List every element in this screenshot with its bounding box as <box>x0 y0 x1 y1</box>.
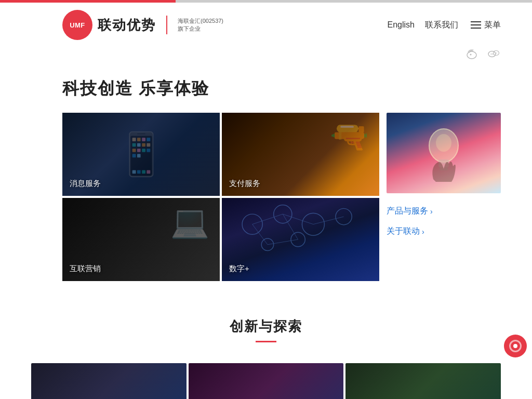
site-header: UMF 联动优势 海联金汇(002537) 旗下企业 English 联系我们 … <box>0 3 532 47</box>
svg-point-24 <box>436 134 451 152</box>
menu-button[interactable]: 菜单 <box>469 20 501 31</box>
hero-section: 科技创造 乐享体验 📱 消息服务 🔫 支付服务 💻 <box>0 67 532 297</box>
logo-area: UMF 联动优势 海联金汇(002537) 旗下企业 <box>62 10 223 40</box>
grid-item-marketing[interactable]: 💻 互联营销 <box>62 198 220 281</box>
svg-point-2 <box>488 51 496 57</box>
right-panel: 产品与服务 › 关于联动 › <box>387 113 501 281</box>
bottom-strip <box>0 363 532 399</box>
svg-line-15 <box>283 214 313 224</box>
nav-right: English 联系我们 菜单 <box>388 20 501 31</box>
grid-item-messaging[interactable]: 📱 消息服务 <box>62 113 220 196</box>
svg-point-7 <box>496 52 497 54</box>
strip-item-1[interactable] <box>31 363 187 399</box>
right-links: 产品与服务 › 关于联动 › <box>387 201 501 242</box>
messaging-icon: 📱 <box>62 113 220 196</box>
float-btn-inner <box>509 340 522 352</box>
innovation-section: 创新与探索 <box>0 297 532 363</box>
grid-item-digital[interactable]: 数字+ <box>222 198 379 281</box>
float-button[interactable] <box>504 335 527 357</box>
products-chevron: › <box>430 207 433 216</box>
svg-point-11 <box>336 208 352 224</box>
logo-circle: UMF <box>62 10 92 40</box>
svg-line-17 <box>283 214 298 240</box>
about-link-text: 关于联动 <box>387 226 420 237</box>
payment-label: 支付服务 <box>229 179 260 189</box>
strip-item-3[interactable] <box>345 363 501 399</box>
marketing-label: 互联营销 <box>70 264 101 274</box>
products-link-text: 产品与服务 <box>387 206 428 217</box>
grid-item-payment[interactable]: 🔫 支付服务 <box>222 113 379 196</box>
english-link[interactable]: English <box>388 20 415 30</box>
company-name: 联动优势 <box>98 16 156 34</box>
svg-point-6 <box>495 52 496 54</box>
innovation-title: 创新与探索 <box>31 317 501 336</box>
hamburger-icon <box>471 21 481 29</box>
weibo-icon[interactable] <box>464 47 479 62</box>
bulb-image <box>387 113 501 193</box>
products-link[interactable]: 产品与服务 › <box>387 206 501 217</box>
svg-point-0 <box>467 51 476 59</box>
contact-link[interactable]: 联系我们 <box>425 20 458 31</box>
menu-label: 菜单 <box>484 20 501 31</box>
svg-point-5 <box>493 54 494 55</box>
svg-point-4 <box>491 54 492 55</box>
social-row <box>0 47 532 67</box>
svg-point-10 <box>302 213 324 235</box>
svg-line-14 <box>252 214 283 224</box>
company-sub: 旗下企业 <box>178 25 223 33</box>
about-link[interactable]: 关于联动 › <box>387 226 501 237</box>
logo-divider <box>166 16 167 34</box>
about-chevron: › <box>422 228 424 236</box>
company-code: 海联金汇(002537) <box>178 17 223 25</box>
hero-title: 科技创造 乐享体验 <box>62 77 501 100</box>
svg-point-1 <box>470 54 472 56</box>
title-underline <box>256 341 276 342</box>
left-grid: 📱 消息服务 🔫 支付服务 💻 互联营销 <box>62 113 379 281</box>
svg-point-12 <box>291 232 305 246</box>
float-btn-dot <box>513 344 517 348</box>
wechat-icon[interactable] <box>486 47 501 62</box>
strip-item-2[interactable] <box>189 363 344 399</box>
logo-text: UMF <box>70 21 85 29</box>
svg-point-3 <box>494 51 499 56</box>
content-grid: 📱 消息服务 🔫 支付服务 💻 互联营销 <box>62 113 501 281</box>
svg-point-8 <box>242 214 262 234</box>
company-subtitle: 海联金汇(002537) 旗下企业 <box>178 17 223 33</box>
